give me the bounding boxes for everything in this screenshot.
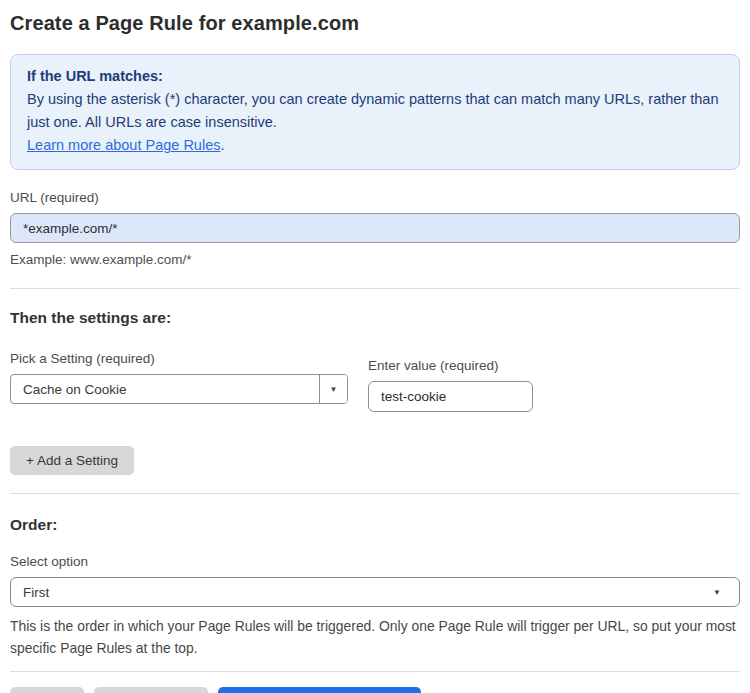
order-select[interactable]: First ▼ [10, 577, 740, 607]
value-column: Enter value (required) [368, 351, 533, 412]
learn-more-link[interactable]: Learn more about Page Rules [27, 137, 220, 153]
link-period: . [220, 137, 224, 153]
setting-column: Pick a Setting (required) Cache on Cooki… [10, 351, 348, 404]
page-title: Create a Page Rule for example.com [10, 12, 740, 35]
setting-value-input[interactable] [368, 381, 533, 412]
divider [10, 288, 740, 289]
settings-heading: Then the settings are: [10, 309, 740, 327]
save-draft-button[interactable]: Save as Draft [94, 687, 208, 693]
page-rule-form: Create a Page Rule for example.com If th… [0, 0, 750, 693]
url-match-info-box: If the URL matches: By using the asteris… [10, 54, 740, 170]
url-helper-text: Example: www.example.com/* [10, 250, 740, 270]
url-label: URL (required) [10, 190, 740, 205]
order-select-value: First [23, 585, 49, 600]
url-input[interactable] [10, 213, 740, 243]
setting-select-value: Cache on Cookie [11, 375, 319, 403]
info-box-body: By using the asterisk (*) character, you… [27, 88, 723, 134]
cancel-button[interactable]: Cancel [10, 687, 84, 693]
order-helper-text: This is the order in which your Page Rul… [10, 615, 746, 659]
order-select-label: Select option [10, 554, 740, 569]
chevron-down-icon[interactable]: ▼ [319, 375, 347, 403]
add-setting-button[interactable]: + Add a Setting [10, 446, 134, 475]
order-heading: Order: [10, 516, 740, 534]
setting-select[interactable]: Cache on Cookie ▼ [10, 374, 348, 404]
setting-label: Pick a Setting (required) [10, 351, 348, 366]
value-label: Enter value (required) [368, 358, 533, 373]
footer-buttons: Cancel Save as Draft Save and Deploy Pag… [10, 687, 740, 693]
info-box-link-line: Learn more about Page Rules. [27, 134, 723, 157]
info-box-heading: If the URL matches: [27, 65, 723, 88]
chevron-down-icon: ▼ [713, 588, 727, 597]
save-deploy-button[interactable]: Save and Deploy Page Rule [218, 687, 422, 693]
settings-row: Pick a Setting (required) Cache on Cooki… [10, 351, 740, 412]
divider [10, 493, 740, 494]
divider [10, 671, 740, 672]
